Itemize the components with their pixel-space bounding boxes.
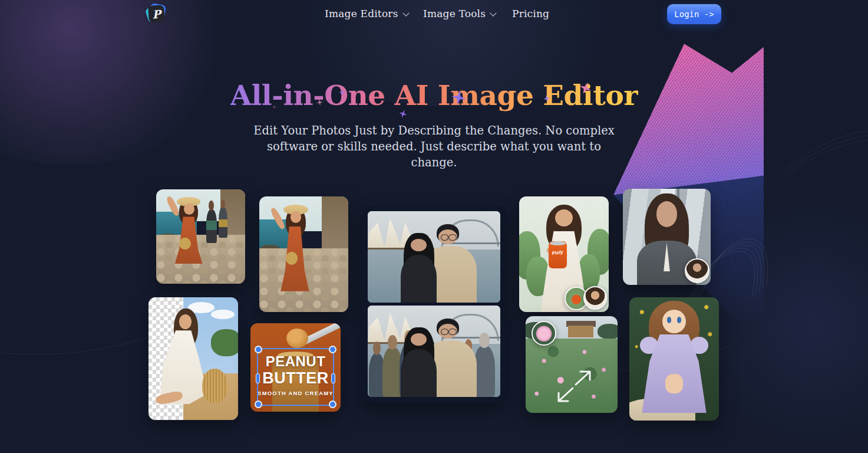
example-card-expand-image bbox=[526, 316, 618, 413]
nav-item-pricing[interactable]: Pricing bbox=[512, 8, 549, 19]
harbour-photo-clean bbox=[368, 211, 500, 303]
example-card-anime-style bbox=[629, 297, 719, 421]
thumbnail-woman-reference bbox=[583, 286, 607, 310]
example-card-product-cactus: Pixfy bbox=[519, 196, 609, 312]
nav-item-image-tools[interactable]: Image Tools bbox=[423, 8, 496, 19]
selection-handle[interactable] bbox=[255, 401, 262, 408]
woman-body-shape bbox=[401, 255, 437, 303]
can-lid-shape bbox=[550, 241, 566, 245]
tree-shape bbox=[598, 324, 618, 339]
glasses-shape bbox=[448, 329, 456, 335]
expand-arrow-down-left-icon bbox=[555, 386, 575, 403]
woman-face-shape bbox=[555, 209, 573, 226]
peanut-butter-dollop-shape bbox=[286, 329, 308, 348]
tourist-figure bbox=[206, 209, 217, 244]
glasses-shape bbox=[448, 234, 456, 241]
eye-shape bbox=[677, 317, 682, 323]
example-card-beach-before bbox=[156, 189, 245, 284]
nav-item-image-editors[interactable]: Image Editors bbox=[325, 8, 408, 19]
page-subtitle: Edit Your Photos Just by Describing the … bbox=[252, 123, 617, 171]
selection-handle[interactable] bbox=[256, 373, 260, 383]
glasses-shape bbox=[441, 234, 448, 241]
tourist-figure bbox=[219, 207, 227, 237]
selection-handle[interactable] bbox=[255, 346, 262, 353]
thumbnail-original-photo bbox=[685, 258, 709, 283]
logo-letter: P bbox=[148, 5, 165, 23]
selection-handle[interactable] bbox=[329, 401, 336, 408]
expand-arrow-up-right-icon bbox=[573, 369, 593, 387]
example-card-peanut-design: PEANUT BUTTER SMOOTH AND CREAMY bbox=[250, 323, 341, 412]
lotus-flower-inset bbox=[532, 321, 556, 346]
nav-item-label: Pricing bbox=[512, 8, 549, 19]
glasses-shape bbox=[441, 329, 448, 335]
example-card-harbour-pair bbox=[362, 206, 506, 403]
example-card-background-removal bbox=[148, 297, 238, 420]
girl-face-shape bbox=[662, 310, 686, 333]
woman-body-shape bbox=[401, 349, 437, 397]
soda-can: Pixfy bbox=[549, 241, 566, 268]
login-button[interactable]: Login -> bbox=[667, 4, 721, 24]
nav-item-label: Image Tools bbox=[423, 8, 486, 19]
woman-face-shape bbox=[411, 333, 427, 346]
app-logo[interactable]: P bbox=[147, 4, 167, 24]
selection-handle[interactable] bbox=[331, 373, 335, 383]
can-brand-label: Pixfy bbox=[549, 249, 567, 257]
hands-shape bbox=[665, 374, 683, 393]
woman-face-shape bbox=[411, 239, 427, 252]
woman-face-shape bbox=[291, 211, 301, 223]
woman-face-shape bbox=[179, 314, 192, 329]
selection-box[interactable] bbox=[257, 348, 335, 406]
example-card-beach-after bbox=[259, 196, 348, 312]
nav-item-label: Image Editors bbox=[325, 8, 398, 19]
page-title: All-in-One AI Image Editor bbox=[230, 79, 638, 111]
chevron-down-icon bbox=[402, 10, 409, 17]
chevron-down-icon bbox=[490, 10, 497, 17]
basket-shape bbox=[202, 369, 227, 403]
woman-face-shape bbox=[184, 203, 194, 215]
crowd-figure bbox=[474, 346, 495, 397]
straw-bag-shape bbox=[286, 252, 298, 265]
purple-glow-decoration bbox=[0, 0, 236, 165]
example-card-headshot bbox=[623, 189, 711, 285]
tree-shape bbox=[211, 329, 238, 356]
straw-bag-shape bbox=[179, 238, 191, 250]
building-shape bbox=[568, 326, 594, 337]
building-shape bbox=[322, 196, 348, 254]
harbour-photo-crowded bbox=[368, 306, 500, 397]
landing-page: P Image Editors Image Tools Pricing Logi… bbox=[0, 0, 868, 453]
